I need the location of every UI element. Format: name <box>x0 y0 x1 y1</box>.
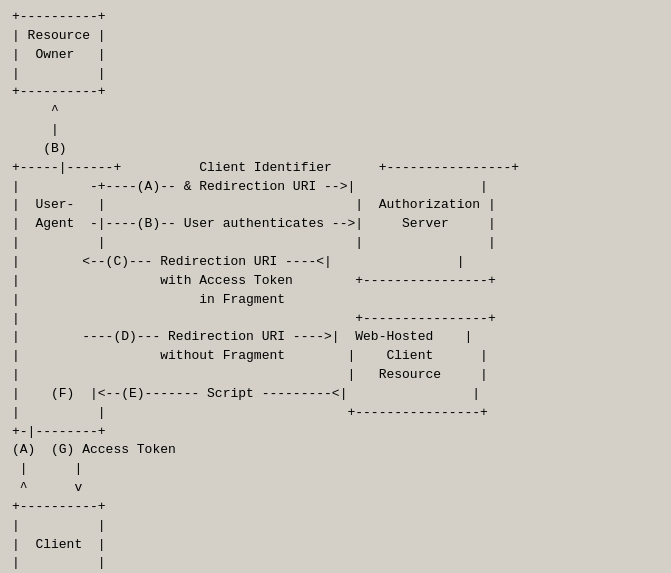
oauth-diagram: +----------+ | Resource | | Owner | | | … <box>0 0 671 573</box>
